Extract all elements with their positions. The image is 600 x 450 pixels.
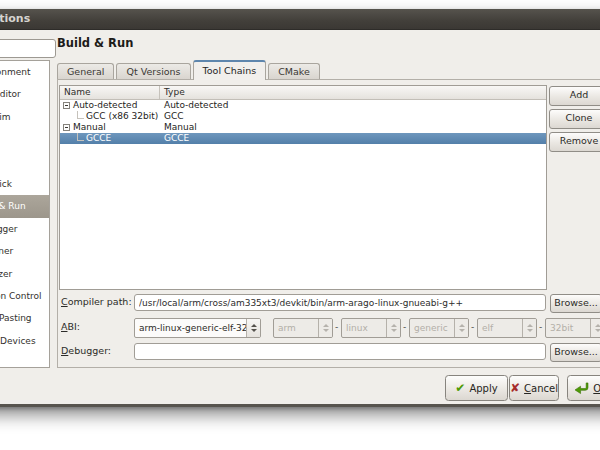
tree-header: Name Type [60,86,546,100]
compiler-path-input[interactable] [134,294,546,311]
sidebar-item-cpp[interactable]: C++ [0,151,49,173]
tool-chains-panel: Name Type Auto-detected Auto-detected GC… [57,79,600,368]
clone-button[interactable]: Clone [549,109,600,129]
up-down-arrows-icon [454,319,468,337]
debugger-input[interactable] [134,343,546,360]
row-name: Manual [73,122,106,133]
cross-icon: ✘ [510,382,520,394]
row-name: GCCE [86,133,111,144]
row-type: GCC [160,111,546,122]
sidebar-item-debugger[interactable]: Debugger [0,218,49,240]
apply-button[interactable]: ✔ Apply [445,375,508,401]
tree-branch-line [77,133,84,141]
window-title: Options [0,12,30,25]
tab-bar: General Qt Versions Tool Chains CMake [57,59,600,79]
debugger-label: Debugger: [61,345,111,356]
tree-row-gcc[interactable]: GCC (x86 32bit) GCC [60,111,546,122]
options-dialog: Options Environment Text Editor FakeVim … [0,9,600,407]
sidebar-item-version-control[interactable]: Version Control [0,285,49,307]
sidebar-item-analyzer[interactable]: Analyzer [0,263,49,285]
compiler-path-label: Compiler path: [61,296,132,307]
sidebar-item-fakevim[interactable]: FakeVim [0,106,49,128]
up-down-arrows-icon [590,319,600,337]
up-down-arrows-icon [246,319,260,337]
compiler-browse-button[interactable]: Browse... [550,294,600,313]
tab-qt-versions[interactable]: Qt Versions [116,63,190,79]
abi-flavor-combobox: generic [409,318,469,338]
add-button[interactable]: Add [549,86,600,106]
sidebar-item-qt-quick[interactable]: Qt Quick [0,173,49,195]
ok-button[interactable]: OK [567,375,600,401]
tree-row-manual[interactable]: Manual Manual [60,122,546,133]
sidebar-item-build-and-run[interactable]: Build & Run [0,195,49,217]
abi-wordwidth-combobox: 32bit [545,318,600,338]
debugger-browse-button[interactable]: Browse... [550,343,600,362]
row-type: Auto-detected [160,100,546,111]
category-filter-input[interactable] [0,39,56,58]
row-type: GCCE [160,133,546,144]
abi-dash: - [471,322,474,332]
collapse-expander-icon[interactable] [63,124,70,131]
column-header-name[interactable]: Name [60,86,160,99]
check-icon: ✔ [455,382,465,394]
desktop: { "window": { "title": "Options" }, "hea… [0,0,600,450]
tab-general[interactable]: General [57,63,114,79]
up-down-arrows-icon [522,319,536,337]
category-list: Environment Text Editor FakeVim Help C++… [0,60,50,368]
cancel-button[interactable]: ✘ Cancel [509,375,559,401]
row-type: Manual [160,122,546,133]
abi-dash: - [539,322,542,332]
abi-dash: - [335,322,338,332]
tree-row-auto-detected[interactable]: Auto-detected Auto-detected [60,100,546,111]
page-title: Build & Run [57,36,133,50]
dialog-body: Environment Text Editor FakeVim Help C++… [0,30,600,404]
titlebar[interactable]: Options [0,9,600,30]
abi-format-combobox: elf [477,318,537,338]
abi-dash: - [403,322,406,332]
sidebar-item-designer[interactable]: Designer [0,240,49,262]
toolchain-tree: Name Type Auto-detected Auto-detected GC… [59,85,547,290]
row-name: GCC (x86 32bit) [86,111,158,122]
remove-button[interactable]: Remove [549,132,600,152]
abi-label: ABI: [61,321,80,332]
sidebar-item-environment[interactable]: Environment [0,61,49,83]
abi-os-combobox: linux [341,318,401,338]
abi-arch-combobox: arm [273,318,333,338]
return-arrow-icon [574,382,589,395]
collapse-expander-icon[interactable] [63,102,70,109]
tree-row-gcce[interactable]: GCCE GCCE [60,133,546,144]
tab-tool-chains[interactable]: Tool Chains [193,60,267,80]
sidebar-item-help[interactable]: Help [0,128,49,150]
tab-cmake[interactable]: CMake [268,63,320,79]
sidebar-item-text-editor[interactable]: Text Editor [0,83,49,105]
column-header-type[interactable]: Type [160,86,546,99]
sidebar-item-code-pasting[interactable]: Code Pasting [0,307,49,329]
tree-branch-line [77,111,84,119]
up-down-arrows-icon [318,319,332,337]
sidebar-item-linux-devices[interactable]: Linux Devices [0,330,49,352]
row-name: Auto-detected [73,100,137,111]
abi-combobox[interactable]: arm-linux-generic-elf-32bit [134,318,261,338]
up-down-arrows-icon [386,319,400,337]
